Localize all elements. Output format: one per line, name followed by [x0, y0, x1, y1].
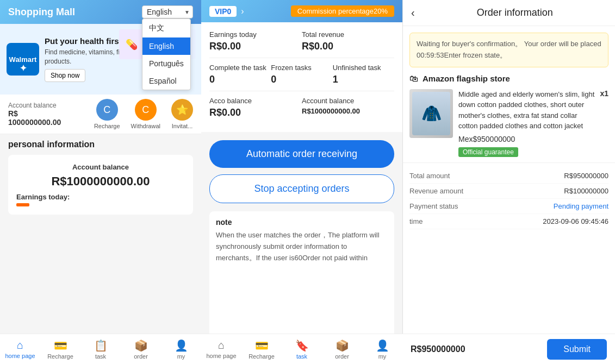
earnings-label: Earnings today:: [16, 193, 185, 201]
mid-my-icon: 👤: [376, 339, 389, 352]
account-balance-display: Account balance R$1000000000.00: [8, 102, 61, 127]
stat-acco-balance-value: R$0.00: [209, 107, 302, 118]
stat-earnings-today: Earnings today R$0.00: [209, 30, 302, 52]
left-nav-home-label: home page: [5, 353, 35, 359]
balance-amount: R$1000000000.00: [8, 109, 61, 127]
action-icons: C Recharge C Withdrawal ⭐ Invitat...: [94, 99, 193, 129]
left-nav-my[interactable]: 👤 my: [161, 334, 201, 364]
left-nav-task-label: task: [95, 353, 106, 360]
balance-card-label: Account balance: [16, 163, 185, 171]
stop-orders-button[interactable]: Stop accepting orders: [209, 174, 394, 203]
balance-card-amount: R$1000000000.00: [16, 174, 185, 189]
mid-nav-recharge[interactable]: 💳 Recharge: [241, 334, 282, 364]
back-button[interactable]: ‹: [411, 7, 415, 19]
product-thumb-1: 💊: [119, 29, 144, 59]
middle-bottom-nav: ⌂ home page 💳 Recharge 🔖 task 📦 order 👤 …: [201, 334, 402, 364]
mid-nav-order-label: order: [335, 353, 349, 360]
withdrawal-action[interactable]: C Withdrawal: [131, 99, 160, 129]
recharge-action[interactable]: C Recharge: [94, 99, 120, 129]
left-nav-my-label: my: [177, 353, 185, 360]
home-icon: ⌂: [17, 339, 23, 352]
lang-option-spanish[interactable]: Español: [142, 72, 190, 90]
balance-label: Account balance: [8, 102, 61, 109]
payment-status-value: Pending payment: [554, 202, 608, 210]
balance-stats-row: Acco balance R$0.00 Account balance R$10…: [209, 91, 394, 118]
personal-info-section: personal information Account balance R$1…: [0, 134, 201, 220]
time-label: time: [409, 217, 423, 225]
vip-label: VIP0: [209, 6, 237, 17]
invite-icon: ⭐: [171, 99, 193, 121]
mid-nav-my[interactable]: 👤 my: [362, 334, 402, 364]
language-selector[interactable]: English 中文 Português Español 中文 English …: [142, 5, 193, 18]
product-image: 🧥: [409, 89, 453, 138]
withdrawal-icon: C: [135, 99, 157, 121]
revenue-amount-value: R$100000000: [564, 187, 608, 195]
total-amount-label: Total amount: [409, 172, 450, 180]
product-person-img: 🧥: [412, 92, 450, 135]
recharge-icon: C: [96, 99, 118, 121]
note-title: note: [216, 218, 388, 227]
stat-total-revenue: Total revenue R$0.00: [302, 30, 394, 52]
stat-account-balance-value: R$1000000000.00: [302, 107, 394, 115]
auto-receive-button[interactable]: Automatic order receiving: [209, 140, 394, 168]
mid-nav-home[interactable]: ⌂ home page: [201, 334, 241, 364]
left-nav-order-label: order: [134, 353, 148, 360]
app-title: Shopping Mall: [8, 7, 75, 18]
earnings-bar: [16, 203, 29, 206]
action-buttons: Automatic order receiving Stop accepting…: [201, 132, 402, 211]
warning-box: Waiting for buyer's confirmation。 Your o…: [409, 33, 608, 67]
order-detail-time: time 2023-09-06 09:45:46: [409, 214, 608, 229]
stat-total-revenue-label: Total revenue: [302, 30, 394, 39]
mid-nav-task[interactable]: 🔖 task: [282, 334, 322, 364]
payment-status-label: Payment status: [409, 202, 458, 210]
revenue-amount-label: Revenue amount: [409, 187, 463, 195]
stat-unfinished-task-label: Unfinished task: [333, 64, 394, 72]
stat-unfinished-task-value: 1: [333, 74, 394, 85]
lang-option-chinese[interactable]: 中文: [142, 19, 190, 37]
account-bar: Account balance R$1000000000.00 C Rechar…: [0, 95, 201, 134]
total-amount-value: R$950000000: [564, 172, 608, 180]
balance-card: Account balance R$1000000000.00 Earnings…: [8, 155, 193, 215]
product-price: Mex$950000000: [458, 135, 594, 143]
stat-frozen-tasks-label: Frozen tasks: [271, 64, 332, 72]
withdrawal-label: Withdrawal: [131, 123, 160, 129]
right-header: ‹ Order information: [403, 0, 615, 26]
product-details: Middle aged and elderly women's slim, li…: [458, 89, 594, 157]
mid-nav-order[interactable]: 📦 order: [322, 334, 362, 364]
stat-acco-balance-label: Acco balance: [209, 97, 302, 105]
left-nav-order[interactable]: 📦 order: [121, 334, 161, 364]
mid-nav-recharge-label: Recharge: [249, 353, 275, 360]
left-header: Shopping Mall English 中文 Português Españ…: [0, 0, 201, 24]
mid-nav-task-label: task: [296, 353, 307, 360]
left-nav-recharge-label: Recharge: [47, 353, 73, 360]
lang-option-english[interactable]: English: [142, 37, 190, 55]
guarantee-badge: Official guarantee: [458, 147, 518, 157]
store-icon: 🛍: [409, 74, 418, 84]
left-nav-task[interactable]: 📋 task: [80, 334, 121, 364]
stat-earnings-today-value: R$0.00: [209, 41, 302, 52]
left-nav-home[interactable]: ⌂ home page: [0, 334, 40, 364]
chevron-right-icon: ›: [241, 7, 244, 16]
personal-info-title: personal information: [8, 140, 193, 149]
submit-button[interactable]: Submit: [547, 339, 607, 360]
left-nav-recharge[interactable]: 💳 Recharge: [40, 334, 80, 364]
earnings-stats-row: Earnings today R$0.00 Total revenue R$0.…: [209, 30, 394, 52]
lang-option-portuguese[interactable]: Português: [142, 55, 190, 72]
store-header: 🛍 Amazon flagship store: [409, 74, 608, 84]
invite-action[interactable]: ⭐ Invitat...: [171, 99, 193, 129]
left-bottom-nav: ⌂ home page 💳 Recharge 📋 task 📦 order 👤 …: [0, 334, 201, 364]
task-stats-row: Complete the task 0 Frozen tasks 0 Unfin…: [209, 58, 394, 85]
right-panel: ‹ Order information Waiting for buyer's …: [402, 0, 615, 364]
mid-order-icon: 📦: [336, 339, 349, 352]
shop-now-button[interactable]: Shop now: [45, 69, 85, 82]
stat-total-revenue-value: R$0.00: [302, 41, 394, 52]
language-select[interactable]: English 中文 Português Español: [142, 5, 193, 18]
store-section: 🛍 Amazon flagship store 🧥 Middle aged an…: [403, 74, 615, 157]
order-detail-total: Total amount R$950000000: [409, 168, 608, 184]
stat-account-balance-label: Account balance: [302, 97, 394, 105]
stat-frozen-tasks-value: 0: [271, 74, 332, 85]
middle-header: VIP0 › Commission percentage20%: [201, 0, 402, 22]
my-nav-icon: 👤: [175, 339, 188, 352]
product-row: 🧥 Middle aged and elderly women's slim, …: [409, 89, 608, 157]
order-detail-revenue: Revenue amount R$100000000: [409, 184, 608, 199]
